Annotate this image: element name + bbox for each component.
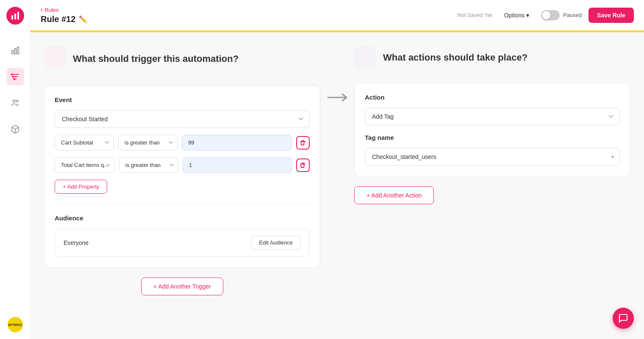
svg-point-12	[13, 100, 15, 103]
svg-rect-4	[14, 48, 16, 54]
svg-rect-0	[11, 15, 13, 19]
avatar[interactable]: ARTBEES	[8, 317, 23, 332]
svg-point-13	[16, 100, 18, 102]
rule-title-text: Rule #12	[41, 14, 75, 24]
svg-point-10	[12, 76, 14, 78]
trigger-icon: 🏷️ 🔥	[44, 46, 66, 72]
app-logo[interactable]	[6, 7, 24, 25]
filter-value-2[interactable]	[183, 157, 292, 173]
options-button[interactable]: Options ▾	[499, 9, 534, 21]
action-section-title: What actions should take place?	[383, 52, 527, 63]
paused-toggle[interactable]	[541, 10, 560, 20]
breadcrumb[interactable]: Rules	[41, 6, 87, 14]
content-area: 🏷️ 🔥 What should trigger this automation…	[31, 32, 644, 339]
tag-name-wrap: ▾	[365, 148, 620, 166]
svg-rect-15	[44, 46, 66, 68]
svg-rect-5	[17, 47, 19, 54]
event-select[interactable]: Checkout Started	[55, 110, 310, 128]
sidebar-item-rules[interactable]	[6, 68, 24, 86]
add-another-action-button[interactable]: + Add Another Action	[354, 186, 434, 204]
filter-operator-1[interactable]: is greater than	[118, 135, 178, 150]
add-another-trigger-button[interactable]: + Add Another Trigger	[141, 278, 223, 295]
delete-filter-1-button[interactable]	[296, 136, 310, 150]
event-card: Event Checkout Started Cart Subtotal is …	[44, 86, 320, 267]
sidebar-item-products[interactable]	[6, 120, 24, 138]
svg-rect-2	[17, 12, 19, 19]
trigger-section-title: What should trigger this automation?	[73, 53, 239, 64]
header-left: Rules Rule #12 ✏️	[41, 6, 87, 24]
toggle-wrap: Paused	[541, 10, 582, 20]
filter-value-1[interactable]	[182, 135, 292, 150]
svg-rect-1	[14, 14, 16, 19]
svg-point-11	[13, 78, 14, 80]
action-card: Action Add Tag Tag name ▾	[354, 83, 630, 176]
action-header: ⚙️ ✨ What actions should take place?	[354, 46, 630, 69]
toggle-label: Paused	[563, 12, 582, 18]
avatar-text: ARTBEES	[8, 323, 22, 326]
header-right: Not Saved Yet Options ▾ Paused Save Rule	[457, 8, 634, 23]
direction-arrow	[327, 92, 347, 103]
sidebar: ARTBEES	[0, 0, 31, 339]
filter-row-2: Total Cart items q... is greater than	[55, 157, 310, 173]
action-select[interactable]: Add Tag	[365, 108, 620, 125]
save-rule-button[interactable]: Save Rule	[588, 8, 634, 23]
not-saved-status: Not Saved Yet	[457, 12, 492, 18]
tag-name-input[interactable]	[365, 148, 620, 166]
filter-operator-2[interactable]: is greater than	[119, 157, 178, 173]
rule-title: Rule #12 ✏️	[41, 14, 87, 24]
chat-button[interactable]	[613, 308, 634, 329]
tag-name-label: Tag name	[365, 134, 620, 141]
event-label: Event	[55, 96, 310, 103]
filter-row-1: Cart Subtotal is greater than	[55, 135, 310, 150]
audience-value: Everyone	[64, 239, 89, 246]
options-label: Options	[504, 12, 525, 19]
trigger-section: 🏷️ 🔥 What should trigger this automation…	[44, 46, 320, 325]
sidebar-bottom: ARTBEES	[8, 317, 23, 332]
svg-point-9	[11, 74, 12, 75]
action-label: Action	[365, 94, 620, 101]
svg-rect-3	[11, 50, 13, 54]
edit-audience-button[interactable]: Edit Audience	[251, 236, 301, 250]
svg-rect-18	[354, 46, 376, 68]
delete-filter-2-button[interactable]	[296, 158, 310, 172]
sidebar-nav	[6, 42, 24, 138]
sidebar-item-analytics[interactable]	[6, 42, 24, 59]
action-section: ⚙️ ✨ What actions should take place? Act…	[354, 46, 630, 325]
toggle-knob	[542, 11, 550, 19]
arrow-wrap	[320, 46, 354, 325]
audience-inner-card: Everyone Edit Audience	[55, 228, 310, 257]
filter-property-1[interactable]: Cart Subtotal	[55, 135, 114, 150]
audience-row: Everyone Edit Audience	[64, 236, 301, 250]
main-content: Rules Rule #12 ✏️ Not Saved Yet Options …	[31, 0, 644, 339]
options-chevron-icon: ▾	[526, 12, 529, 19]
add-property-button[interactable]: + Add Property	[55, 180, 107, 194]
audience-label: Audience	[55, 214, 310, 222]
header: Rules Rule #12 ✏️ Not Saved Yet Options …	[31, 0, 644, 31]
sidebar-item-audience[interactable]	[6, 94, 24, 112]
action-icon: ⚙️ ✨	[354, 46, 376, 69]
filter-property-2[interactable]: Total Cart items q...	[55, 157, 115, 173]
edit-icon[interactable]: ✏️	[79, 15, 87, 23]
trigger-header: 🏷️ 🔥 What should trigger this automation…	[44, 46, 320, 72]
